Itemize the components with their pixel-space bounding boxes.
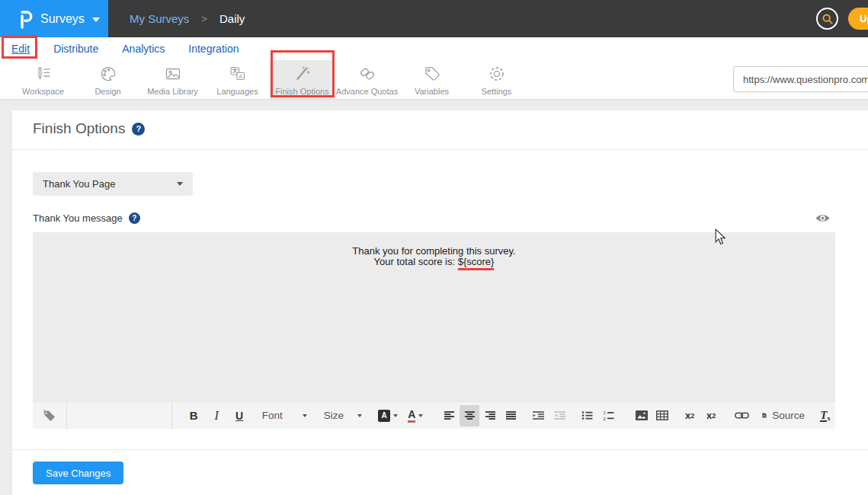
survey-nav-tabs: Edit Distribute Analytics Integration <box>0 37 868 60</box>
toolbar-item-design[interactable]: Design <box>75 60 140 99</box>
size-dropdown[interactable]: Size <box>323 405 364 426</box>
rte-toolbar: B I U Font Size A A <box>33 401 835 429</box>
background-strip <box>0 100 868 110</box>
align-right-icon <box>485 410 496 420</box>
toolbar-item-finish-options[interactable]: Finish Options <box>270 60 335 99</box>
search-button[interactable] <box>816 8 838 30</box>
section-divider <box>12 449 868 450</box>
italic-button[interactable]: I <box>207 405 226 426</box>
chevron-down-icon <box>418 414 423 417</box>
search-icon <box>822 13 834 25</box>
superscript-button[interactable]: x2 <box>701 405 721 426</box>
bulleted-list-icon <box>581 410 593 420</box>
source-button[interactable]: Source <box>762 405 805 426</box>
text-color-icon: A <box>408 409 415 423</box>
magic-wand-icon <box>293 64 312 84</box>
palette-icon <box>98 64 118 84</box>
thank-you-message-editor[interactable]: Thank you for completing this survey. Yo… <box>33 232 835 401</box>
toolbar-item-advance-quotas[interactable]: Advance Quotas <box>335 60 399 99</box>
toolbar-item-media-library[interactable]: Media Library <box>140 60 205 99</box>
breadcrumb: My Surveys > Daily <box>130 0 245 37</box>
tab-analytics[interactable]: Analytics <box>122 43 165 55</box>
finish-type-dropdown[interactable]: Thank You Page <box>33 172 193 196</box>
page-title: Finish Options <box>33 120 125 137</box>
tab-integration[interactable]: Integration <box>188 43 239 55</box>
editor-line-2: Your total score is: ${score} <box>33 257 835 270</box>
score-variable: ${score} <box>458 257 495 270</box>
outdent-icon <box>553 410 566 420</box>
decrease-indent-button <box>549 405 569 426</box>
brand-label: Surveys <box>40 12 85 26</box>
increase-indent-button[interactable] <box>528 405 548 426</box>
toolbar-item-workspace[interactable]: Workspace <box>11 60 75 99</box>
insert-image-button[interactable] <box>632 405 652 426</box>
insert-table-icon <box>656 410 668 420</box>
chevron-down-icon <box>393 414 398 417</box>
upgrade-label: Up <box>860 13 868 24</box>
chevron-down-icon <box>303 414 307 417</box>
source-doc-icon <box>762 410 767 421</box>
editor-line-1: Thank you for completing this survey. <box>33 246 835 257</box>
chevron-down-icon <box>177 182 183 186</box>
preview-button[interactable] <box>815 212 831 224</box>
insert-link-button[interactable] <box>732 405 751 426</box>
survey-url-input[interactable] <box>733 66 868 92</box>
toolbar-item-settings[interactable]: Settings <box>464 60 529 99</box>
section-divider <box>12 149 868 150</box>
thank-you-message-label: Thank You message <box>33 212 123 224</box>
breadcrumb-my-surveys[interactable]: My Surveys <box>130 12 189 25</box>
align-right-button[interactable] <box>480 405 500 426</box>
image-frame-icon <box>163 64 183 84</box>
questionpro-logo-icon <box>17 8 34 30</box>
remove-format-button[interactable]: T x <box>815 405 835 426</box>
svg-text:2: 2 <box>603 417 606 421</box>
font-dropdown[interactable]: Font <box>261 405 307 426</box>
subscript-button[interactable]: x2 <box>680 405 700 426</box>
svg-text:A: A <box>239 72 242 79</box>
left-gutter <box>0 100 12 495</box>
insert-table-button[interactable] <box>652 405 672 426</box>
questionpro-app: Surveys My Surveys > Daily Up Edit Distr… <box>0 0 868 495</box>
chevron-down-icon <box>92 18 100 22</box>
chain-links-icon <box>357 64 377 84</box>
help-icon[interactable]: ? <box>129 212 140 224</box>
breadcrumb-current-survey: Daily <box>219 12 245 25</box>
breadcrumb-separator: > <box>201 13 207 24</box>
numbered-list-icon: 1 2 <box>603 410 614 420</box>
tab-distribute[interactable]: Distribute <box>53 43 98 55</box>
insert-variable-button[interactable] <box>33 408 66 423</box>
toolbar-item-variables[interactable]: Variables <box>399 60 464 99</box>
text-color-button[interactable]: A <box>405 405 425 426</box>
align-center-button[interactable] <box>460 405 479 426</box>
finish-options-panel: Finish Options ? Thank You Page Thank Yo… <box>12 110 868 495</box>
finish-type-selected: Thank You Page <box>43 178 115 190</box>
help-icon[interactable]: ? <box>132 123 145 136</box>
indent-icon <box>532 410 545 420</box>
bold-button[interactable]: B <box>184 405 203 426</box>
link-icon <box>735 411 749 420</box>
surveys-product-menu[interactable]: Surveys <box>0 0 108 37</box>
justify-icon <box>505 410 517 420</box>
gear-icon <box>487 64 507 84</box>
bulleted-list-button[interactable] <box>577 405 597 426</box>
translate-icon: A <box>228 64 248 84</box>
align-left-button[interactable] <box>439 405 459 426</box>
background-color-icon: A <box>378 410 390 422</box>
background-color-button[interactable]: A <box>378 405 398 426</box>
numbered-list-button[interactable]: 1 2 <box>598 405 618 426</box>
tag-icon <box>42 408 56 423</box>
tag-outline-icon <box>422 64 442 84</box>
upgrade-button[interactable]: Up <box>848 8 868 30</box>
workspace-icon <box>34 64 53 84</box>
chevron-down-icon <box>357 414 362 417</box>
underline-button[interactable]: U <box>229 405 249 426</box>
eye-icon <box>815 212 831 224</box>
align-center-icon <box>464 410 476 420</box>
align-left-icon <box>444 410 455 420</box>
svg-text:1: 1 <box>603 410 606 415</box>
insert-image-icon <box>636 410 648 420</box>
tab-edit[interactable]: Edit <box>11 43 30 55</box>
justify-button[interactable] <box>501 405 520 426</box>
toolbar-item-languages[interactable]: A Languages <box>205 60 270 99</box>
save-changes-button[interactable]: Save Changes <box>33 461 123 484</box>
